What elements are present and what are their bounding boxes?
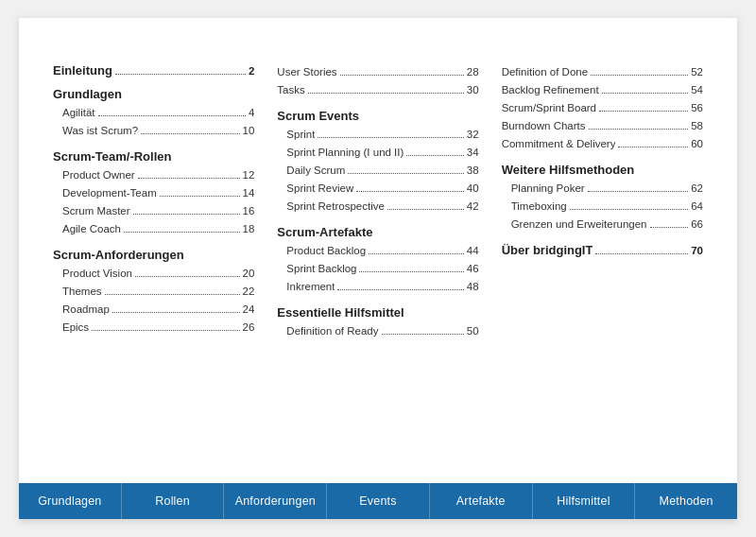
entry-dots xyxy=(599,111,688,112)
toc-entry: Scrum Master16 xyxy=(53,202,254,220)
entry-page: 20 xyxy=(243,265,255,283)
nav-item[interactable]: Methoden xyxy=(635,483,737,519)
entry-page: 34 xyxy=(467,144,479,162)
toc-entry: Sprint Planning (I und II)34 xyxy=(277,144,478,162)
section-title: Essentielle Hilfsmittel xyxy=(277,305,478,320)
toc-section: Einleitung2 xyxy=(53,63,254,78)
entry-dots xyxy=(387,209,464,210)
toc-section: Scrum-Team/-RollenProduct Owner12Develop… xyxy=(53,149,254,238)
nav-item[interactable]: Artefakte xyxy=(430,483,533,519)
toc-entry: Sprint Review40 xyxy=(277,180,478,198)
entry-page: 48 xyxy=(467,278,479,296)
entry-label: Sprint xyxy=(286,126,315,144)
entry-page: 66 xyxy=(691,216,703,234)
entry-dots xyxy=(591,75,688,76)
toc-entry: Product Owner12 xyxy=(53,166,254,184)
toc-entry: Sprint Backlog46 xyxy=(277,260,478,278)
toc-entry: Burndown Charts58 xyxy=(502,117,703,135)
toc-entry: Agilität4 xyxy=(53,104,254,122)
entry-dots xyxy=(318,137,463,138)
top-entry: Einleitung2 xyxy=(53,63,254,78)
entry-dots xyxy=(112,312,240,313)
entry-page: 4 xyxy=(249,104,254,122)
nav-item[interactable]: Rollen xyxy=(122,483,225,519)
entry-page: 40 xyxy=(467,180,479,198)
entry-page: 62 xyxy=(691,180,703,198)
entry-label: Sprint Backlog xyxy=(286,260,356,278)
entry-page: 58 xyxy=(691,117,703,135)
section-title: Scrum-Anforderungen xyxy=(53,248,254,262)
toc-entry: User Stories28 xyxy=(277,63,478,81)
entry-page: 32 xyxy=(467,126,479,144)
nav-item[interactable]: Anforderungen xyxy=(224,483,327,519)
entry-page: 56 xyxy=(691,99,703,117)
toc-grid: Einleitung2GrundlagenAgilität4Was ist Sc… xyxy=(53,63,703,468)
entry-page: 64 xyxy=(691,198,703,216)
toc-entry: Sprint32 xyxy=(277,126,478,144)
content-area: Einleitung2GrundlagenAgilität4Was ist Sc… xyxy=(19,18,737,483)
toc-entry: Tasks30 xyxy=(277,81,478,99)
entry-dots xyxy=(124,232,240,233)
entry-label: Scrum/Sprint Board xyxy=(502,99,596,117)
toc-entry: Scrum/Sprint Board56 xyxy=(502,99,703,117)
entry-label: Was ist Scrum? xyxy=(62,122,138,140)
entry-page: 12 xyxy=(243,166,255,184)
entry-dots xyxy=(340,75,464,76)
toc-section: Über bridgingIT70 xyxy=(502,243,703,257)
entry-dots xyxy=(356,191,464,192)
entry-dots xyxy=(133,214,240,215)
entry-dots xyxy=(650,227,689,228)
entry-dots xyxy=(359,271,463,272)
nav-item[interactable]: Hilfsmittel xyxy=(533,483,636,519)
section-title: Grundlagen xyxy=(53,87,254,101)
entry-page: 30 xyxy=(467,81,479,99)
entry-label: Grenzen und Erweiterungen xyxy=(511,216,647,234)
entry-label: Definition of Ready xyxy=(286,322,378,340)
entry-dots xyxy=(369,253,464,254)
entry-dots xyxy=(92,330,239,331)
toc-section: GrundlagenAgilität4Was ist Scrum?10 xyxy=(53,87,254,140)
navbar: GrundlagenRollenAnforderungenEventsArtef… xyxy=(19,483,737,519)
entry-page: 46 xyxy=(467,260,479,278)
entry-label: Daily Scrum xyxy=(286,162,345,180)
toc-column-1: Einleitung2GrundlagenAgilität4Was ist Sc… xyxy=(53,63,254,468)
toc-entry: Commitment & Delivery60 xyxy=(502,135,703,153)
toc-column-3: Definition of Done52Backlog Refinement54… xyxy=(502,63,703,468)
nav-item[interactable]: Events xyxy=(327,483,430,519)
section-title: Weitere Hilfsmethoden xyxy=(502,163,703,177)
entry-label: Tasks xyxy=(277,81,304,99)
section-title: Scrum-Artefakte xyxy=(277,225,478,239)
entry-label: User Stories xyxy=(277,63,336,81)
entry-page: 60 xyxy=(691,135,703,153)
entry-label: Backlog Refinement xyxy=(502,81,599,99)
entry-label: Definition of Done xyxy=(502,63,588,81)
entry-label: Product Owner xyxy=(62,166,135,184)
entry-dots xyxy=(308,93,464,94)
toc-entry: Roadmap24 xyxy=(53,301,254,319)
entry-dots xyxy=(618,147,688,147)
entry-label: Scrum Master xyxy=(62,202,130,220)
top-entry: Über bridgingIT70 xyxy=(502,243,703,257)
entry-label: Sprint Review xyxy=(286,180,353,198)
entry-label: Timeboxing xyxy=(511,198,567,216)
toc-entry: Product Vision20 xyxy=(53,265,254,283)
toc-section: Essentielle HilfsmittelDefinition of Rea… xyxy=(277,305,478,340)
toc-section: Scrum EventsSprint32Sprint Planning (I u… xyxy=(277,109,478,216)
toc-entry: Inkrement48 xyxy=(277,278,478,296)
section-title: Scrum-Team/-Rollen xyxy=(53,149,254,164)
nav-item[interactable]: Grundlagen xyxy=(19,483,122,519)
entry-dots xyxy=(98,115,246,116)
toc-entry: Product Backlog44 xyxy=(277,242,478,260)
entry-label: Epics xyxy=(62,319,89,337)
entry-dots xyxy=(348,173,464,174)
entry-page: 14 xyxy=(243,184,255,202)
toc-entry: Backlog Refinement54 xyxy=(502,81,703,99)
entry-dots xyxy=(570,209,689,210)
toc-entry: Themes22 xyxy=(53,283,254,301)
toc-section: Scrum-ArtefakteProduct Backlog44Sprint B… xyxy=(277,225,478,296)
entry-dots xyxy=(141,133,239,134)
toc-entry: Daily Scrum38 xyxy=(277,162,478,180)
entry-page: 16 xyxy=(243,202,255,220)
entry-label: Themes xyxy=(62,283,102,301)
entry-page: 42 xyxy=(467,198,479,216)
